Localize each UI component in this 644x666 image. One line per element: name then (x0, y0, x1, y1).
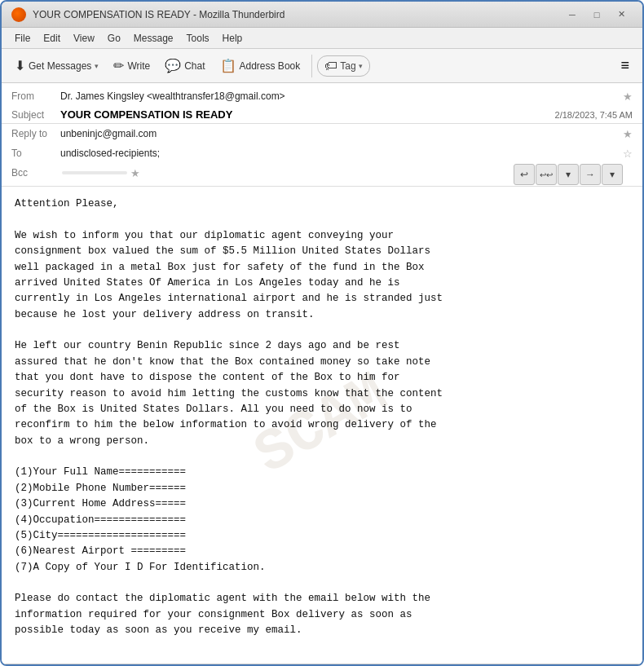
tag-dropdown-icon: ▾ (359, 62, 363, 70)
write-button[interactable]: ✏ Write (107, 53, 157, 79)
menu-file[interactable]: File (8, 31, 37, 46)
get-messages-button[interactable]: ⬇ Get Messages ▾ (8, 53, 105, 79)
chat-label: Chat (184, 60, 205, 72)
get-messages-dropdown-icon: ▾ (95, 62, 99, 70)
get-messages-icon: ⬇ (15, 58, 25, 73)
nav-down-button[interactable]: ▾ (558, 164, 579, 185)
menu-edit[interactable]: Edit (37, 31, 67, 46)
menubar: File Edit View Go Message Tools Help (2, 28, 642, 49)
subject-row: Subject YOUR COMPENSATION IS READY 2/18/… (2, 106, 642, 124)
from-value: Dr. James Kingsley <wealthtransfer18@gma… (60, 90, 620, 102)
tag-button[interactable]: 🏷 Tag ▾ (317, 55, 369, 77)
window-title: YOUR COMPENSATION IS READY - Mozilla Thu… (33, 9, 561, 20)
to-star-icon[interactable]: ☆ (623, 148, 633, 160)
minimize-button[interactable]: ─ (561, 6, 584, 24)
to-row: To undisclosed-recipients; ☆ (2, 143, 642, 163)
from-label: From (11, 90, 60, 102)
menu-view[interactable]: View (67, 31, 101, 46)
write-icon: ✏ (113, 58, 124, 73)
email-header-area: ↩ ↩↩ ▾ → ▾ From Dr. James Kingsley <weal… (2, 83, 642, 187)
bcc-star-icon[interactable]: ★ (130, 167, 140, 179)
address-book-label: Address Book (240, 60, 301, 72)
write-label: Write (127, 60, 150, 72)
menu-message[interactable]: Message (127, 31, 180, 46)
email-body[interactable]: SCAM Attention Please, We wish to inform… (2, 187, 642, 664)
menu-tools[interactable]: Tools (180, 31, 216, 46)
email-navigation: ↩ ↩↩ ▾ → ▾ (514, 164, 623, 185)
toolbar: ⬇ Get Messages ▾ ✏ Write 💬 Chat 📋 Addres… (2, 49, 642, 83)
chat-button[interactable]: 💬 Chat (158, 53, 211, 79)
chat-icon: 💬 (165, 58, 181, 73)
reply-to-star-icon[interactable]: ★ (623, 128, 633, 140)
address-book-icon: 📋 (220, 58, 236, 73)
close-button[interactable]: ✕ (610, 6, 633, 24)
email-date: 2/18/2023, 7:45 AM (555, 110, 633, 120)
bcc-value-bar (62, 171, 127, 174)
to-label: To (11, 148, 60, 159)
get-messages-label: Get Messages (29, 60, 91, 72)
menu-help[interactable]: Help (216, 31, 249, 46)
bcc-label: Bcc (11, 167, 60, 179)
nav-more-button[interactable]: ▾ (602, 164, 623, 185)
reply-back-button[interactable]: ↩ (514, 164, 535, 185)
subject-value: YOUR COMPENSATION IS READY (60, 108, 555, 121)
from-row: From Dr. James Kingsley <wealthtransfer1… (2, 86, 642, 106)
subject-label: Subject (11, 109, 60, 121)
titlebar: YOUR COMPENSATION IS READY - Mozilla Thu… (2, 2, 642, 28)
address-book-button[interactable]: 📋 Address Book (214, 53, 307, 79)
tag-icon: 🏷 (324, 59, 337, 73)
reply-to-value: unbeninjc@gmail.com (60, 128, 620, 139)
maximize-button[interactable]: □ (585, 6, 608, 24)
from-star-icon[interactable]: ★ (623, 90, 633, 103)
tag-label: Tag (340, 60, 355, 72)
app-icon (11, 7, 26, 22)
email-body-text: Attention Please, We wish to inform you … (15, 196, 629, 639)
nav-forward-button[interactable]: → (580, 164, 601, 185)
reply-all-button[interactable]: ↩↩ (536, 164, 557, 185)
reply-to-row: Reply to unbeninjc@gmail.com ★ (2, 124, 642, 143)
reply-to-label: Reply to (11, 128, 60, 139)
window-controls: ─ □ ✕ (561, 6, 633, 24)
menu-go[interactable]: Go (101, 31, 127, 46)
hamburger-menu-button[interactable]: ≡ (614, 54, 636, 77)
toolbar-separator (311, 55, 312, 77)
to-value: undisclosed-recipients; (60, 148, 620, 159)
